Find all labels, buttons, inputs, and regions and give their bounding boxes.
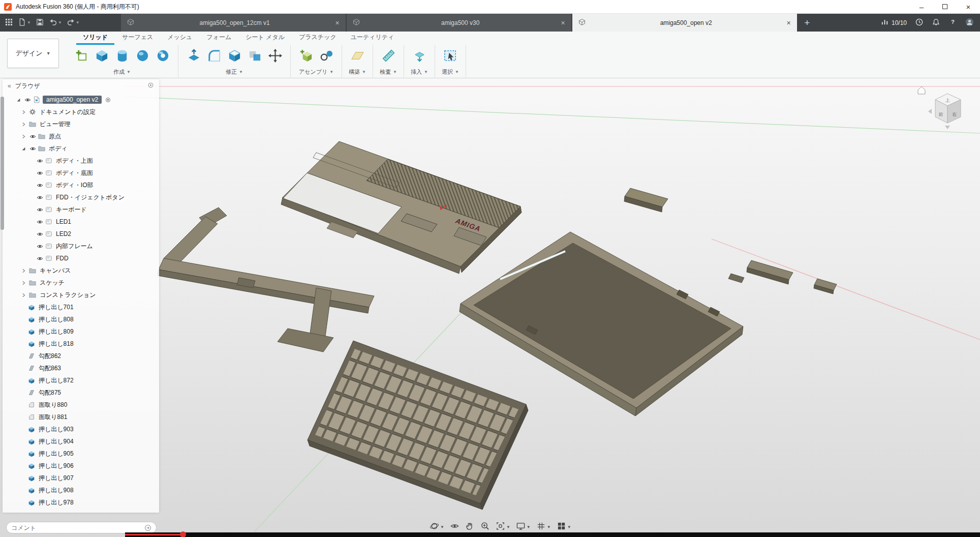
browser-row[interactable]: 押し出し701 <box>3 301 159 313</box>
redo-button[interactable]: ▼ <box>65 16 81 29</box>
visibility-eye-icon[interactable] <box>35 181 44 190</box>
browser-row[interactable]: 押し出し978 <box>3 496 159 509</box>
browser-row[interactable]: キャンバス <box>3 264 159 277</box>
browser-row[interactable]: ボディ <box>3 142 159 155</box>
browser-row[interactable]: ボディ・上面 <box>3 155 159 167</box>
browser-row[interactable]: LED2 <box>3 228 159 240</box>
browser-row[interactable]: 勾配875 <box>3 386 159 399</box>
chevron-down-icon[interactable]: ▼ <box>27 20 31 25</box>
visibility-eye-icon[interactable] <box>35 217 44 226</box>
video-scrubber[interactable] <box>180 531 186 537</box>
fillet-tool-button[interactable] <box>205 47 223 66</box>
clock-icon[interactable] <box>915 18 924 28</box>
browser-row[interactable]: 押し出し905 <box>3 448 159 460</box>
tab-close-icon[interactable]: × <box>561 19 565 26</box>
browser-row[interactable]: 面取り880 <box>3 399 159 411</box>
chevron-down-icon[interactable]: ▼ <box>547 525 551 529</box>
file-menu-button[interactable]: ▼ <box>16 16 33 29</box>
expand-caret-icon[interactable] <box>19 120 28 129</box>
ribbon-group-dropdown[interactable]: アセンブリ▼ <box>299 68 333 76</box>
expand-caret-icon[interactable] <box>19 278 28 287</box>
cylinder-tool-button[interactable] <box>113 47 131 66</box>
browser-row[interactable]: 勾配863 <box>3 362 159 374</box>
ribbon-group-dropdown[interactable]: 作成▼ <box>113 68 131 76</box>
browser-row[interactable]: 内部フレーム <box>3 240 159 252</box>
tab-close-icon[interactable]: × <box>787 19 791 26</box>
coil-tool-button[interactable] <box>154 47 172 66</box>
visibility-eye-icon[interactable] <box>35 156 44 165</box>
browser-scrollbar[interactable] <box>1 97 4 230</box>
chevron-down-icon[interactable]: ▼ <box>76 20 80 25</box>
browser-row[interactable]: FDD・イジェクトボタン <box>3 191 159 203</box>
browser-row[interactable]: LED1 <box>3 216 159 228</box>
ribbon-group-dropdown[interactable]: 修正▼ <box>226 68 243 76</box>
visibility-eye-icon[interactable] <box>28 132 37 141</box>
save-button[interactable] <box>34 16 46 29</box>
expand-caret-icon[interactable] <box>19 132 28 141</box>
ribbon-group-dropdown[interactable]: 検査▼ <box>380 68 397 76</box>
panel-collapse-icon[interactable]: « <box>8 82 11 90</box>
document-tab[interactable]: amiga500 v30× <box>347 14 571 32</box>
browser-row[interactable]: 押し出し872 <box>3 374 159 386</box>
construction-plane-tool-button[interactable] <box>348 47 366 66</box>
chevron-down-icon[interactable]: ▼ <box>440 525 444 529</box>
ribbon-group-dropdown[interactable]: 選択▼ <box>442 68 459 76</box>
expand-caret-icon[interactable] <box>19 266 28 275</box>
browser-row[interactable]: スケッチ <box>3 277 159 289</box>
insert-mesh-tool-button[interactable] <box>410 47 428 66</box>
move-tool-button[interactable] <box>266 47 284 66</box>
browser-row[interactable]: 原点 <box>3 130 159 142</box>
browser-row[interactable]: 押し出し809 <box>3 325 159 338</box>
browser-row[interactable]: amiga500_open v2 <box>3 94 159 106</box>
browser-row[interactable]: キーボード <box>3 203 159 216</box>
browser-row[interactable]: 押し出し808 <box>3 313 159 325</box>
new-tab-button[interactable]: + <box>798 14 816 32</box>
shell-tool-button[interactable] <box>225 47 243 66</box>
fit-button[interactable]: ▼ <box>496 521 510 532</box>
orbit-button[interactable]: ▼ <box>430 521 444 532</box>
browser-row[interactable]: 押し出し908 <box>3 484 159 496</box>
ribbon-group-dropdown[interactable]: 挿入▼ <box>411 68 428 76</box>
measure-tool-button[interactable] <box>379 47 397 66</box>
ribbon-tab[interactable]: サーフェス <box>115 31 160 45</box>
browser-row[interactable]: ボディ・底面 <box>3 167 159 179</box>
ribbon-tab[interactable]: ソリッド <box>76 31 114 45</box>
help-icon[interactable]: ? <box>948 18 957 28</box>
new-component-tool-button[interactable] <box>297 47 315 66</box>
browser-row[interactable]: ビュー管理 <box>3 118 159 130</box>
browser-row[interactable]: 押し出し904 <box>3 435 159 448</box>
visibility-eye-icon[interactable] <box>35 229 44 238</box>
expand-caret-icon[interactable] <box>19 107 28 116</box>
browser-row[interactable]: ドキュメントの設定 <box>3 106 159 118</box>
ribbon-tab[interactable]: プラスチック <box>292 31 343 45</box>
video-progress-bar[interactable] <box>125 534 183 535</box>
job-status-button[interactable]: 10/10 <box>880 18 907 28</box>
press-pull-tool-button[interactable] <box>185 47 203 66</box>
sphere-tool-button[interactable] <box>133 47 151 66</box>
combine-tool-button[interactable] <box>246 47 264 66</box>
visibility-eye-icon[interactable] <box>28 144 37 153</box>
browser-row[interactable]: 押し出し818 <box>3 338 159 350</box>
box-tool-button[interactable] <box>93 47 111 66</box>
workspace-selector[interactable]: デザイン ▼ <box>7 39 59 68</box>
chevron-down-icon[interactable]: ▼ <box>567 525 571 529</box>
ribbon-tab[interactable]: ユーティリティ <box>344 31 401 45</box>
browser-row[interactable]: 面取り881 <box>3 411 159 423</box>
activate-component-radio[interactable] <box>105 97 111 103</box>
visibility-eye-icon[interactable] <box>35 168 44 177</box>
chevron-down-icon[interactable]: ▼ <box>506 525 510 529</box>
ribbon-tab[interactable]: シート メタル <box>239 31 291 45</box>
browser-row[interactable]: FDD <box>3 252 159 264</box>
browser-row[interactable]: ボディ・IO部 <box>3 179 159 191</box>
tab-close-icon[interactable]: × <box>335 19 340 26</box>
browser-row[interactable]: 押し出し907 <box>3 472 159 484</box>
visibility-eye-icon[interactable] <box>35 254 44 263</box>
expand-caret-icon[interactable] <box>19 290 28 300</box>
comment-submit-icon[interactable] <box>144 524 151 531</box>
viewports-button[interactable]: ▼ <box>557 521 571 532</box>
minimize-button[interactable]: – <box>910 0 933 13</box>
grid-settings-button[interactable]: ▼ <box>536 521 551 532</box>
notifications-bell-icon[interactable] <box>932 18 940 28</box>
display-settings-button[interactable]: ▼ <box>516 521 531 532</box>
chevron-down-icon[interactable]: ▼ <box>527 525 531 529</box>
